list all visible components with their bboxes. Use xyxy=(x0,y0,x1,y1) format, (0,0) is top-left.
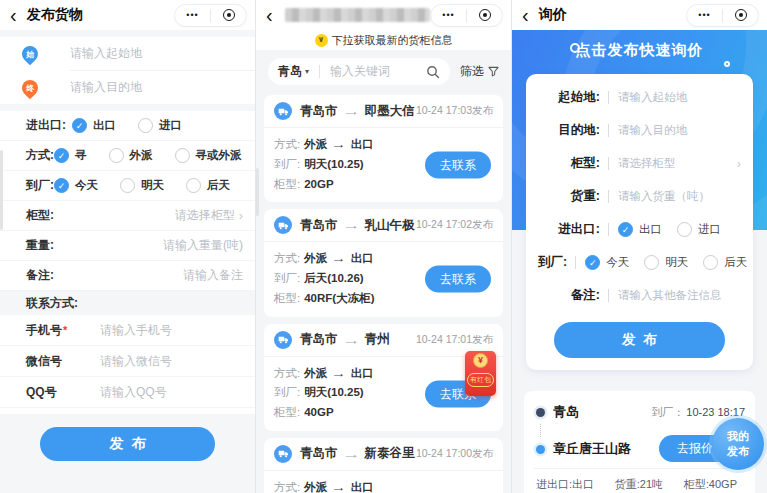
origin-placeholder: 请输入起始地 xyxy=(618,90,687,105)
result-origin-row: 青岛 到厂：10-23 18:17 xyxy=(534,400,745,424)
panel-inquiry: ‹ 询价 ••• 点击发布快速询价 起始地: 请输入起始地 目的地: 请输入目的… xyxy=(511,0,767,493)
cabinet-type-row[interactable]: 柜型: 请选择柜型› xyxy=(0,201,255,231)
radio-import[interactable]: 进口 xyxy=(138,118,182,133)
radio-check-icon: ✓ xyxy=(585,255,600,270)
search-icon[interactable] xyxy=(426,65,440,79)
route-origin: 青岛市 xyxy=(300,331,338,348)
radio-today[interactable]: ✓今天 xyxy=(54,178,98,193)
inquiry-form-card: 起始地: 请输入起始地 目的地: 请输入目的地 柜型: 请选择柜型 › 货重: … xyxy=(526,74,753,370)
cargo-card[interactable]: 青岛市 → 新泰谷里 10-24 17:00发布 方式:外派→出口 到厂:明天(… xyxy=(264,438,503,493)
radio-dispatch[interactable]: 外派 xyxy=(109,148,153,163)
truck-icon xyxy=(274,331,292,349)
destination-pin-icon: 终 xyxy=(19,76,42,99)
city-selector[interactable]: 青岛 xyxy=(278,63,302,80)
trade-direction-label: 进出口: xyxy=(538,221,600,238)
weight-field[interactable]: 货重: 请输入货重（吨） xyxy=(538,180,741,213)
cabinet-type-label: 柜型: xyxy=(26,207,72,224)
back-icon[interactable]: ‹ xyxy=(264,2,275,28)
field-divider xyxy=(608,289,609,302)
arrow-icon: → xyxy=(331,478,346,493)
radio-today[interactable]: ✓今天 xyxy=(585,255,629,270)
qq-row[interactable]: QQ号 请输入QQ号 xyxy=(0,377,255,408)
keyword-input[interactable]: 输入关键词 xyxy=(330,63,426,80)
mode-value: 外派 xyxy=(304,249,327,269)
more-button[interactable]: ••• xyxy=(175,5,210,26)
destination-input-row[interactable]: 终 请输入目的地 xyxy=(0,71,255,104)
scrollbar[interactable] xyxy=(256,168,259,216)
back-icon[interactable]: ‹ xyxy=(8,2,19,28)
weight-label: 货重: xyxy=(538,188,600,205)
result-cabinet: 柜型:40GP xyxy=(684,477,737,492)
destination-field[interactable]: 目的地: 请输入目的地 xyxy=(538,114,741,147)
arrive-day-label: 到厂: xyxy=(26,177,54,194)
wechat-row[interactable]: 微信号 请输入微信号 xyxy=(0,346,255,377)
publish-footer: 发布 xyxy=(0,414,255,493)
mode-label: 方式: xyxy=(26,147,54,164)
red-packet-badge[interactable]: ¥ 有红包 xyxy=(465,351,496,396)
route-origin: 青岛市 xyxy=(300,103,338,120)
cabinet-field[interactable]: 柜型: 请选择柜型 › xyxy=(538,147,741,180)
inquiry-submit-button[interactable]: 发布 xyxy=(554,322,725,358)
trade-value: 出口 xyxy=(351,364,374,384)
phone-row[interactable]: 手机号* 请输入手机号 xyxy=(0,315,255,346)
trade-value: 出口 xyxy=(351,478,374,493)
mode-value: 外派 xyxy=(304,364,327,384)
arrive-value: 明天(10.25) xyxy=(304,155,363,175)
origin-field[interactable]: 起始地: 请输入起始地 xyxy=(538,81,741,114)
result-arrive-time: 10-23 18:17 xyxy=(686,406,745,418)
note-row[interactable]: 备注: 请输入备注 xyxy=(0,261,255,291)
publish-submit-button[interactable]: 发布 xyxy=(40,427,215,461)
cabinet-label: 柜型: xyxy=(274,289,300,309)
truck-icon xyxy=(274,102,292,120)
weight-row[interactable]: 重量: 请输入重量(吨) xyxy=(0,231,255,261)
contact-button[interactable]: 去联系 xyxy=(425,152,491,179)
radio-export[interactable]: ✓出口 xyxy=(618,222,662,237)
radio-tomorrow[interactable]: 明天 xyxy=(120,178,164,193)
field-divider xyxy=(608,190,609,203)
cargo-card[interactable]: 青岛市 → 乳山午极 10-24 17:02发布 方式:外派→出口 到厂:后天(… xyxy=(264,209,503,316)
note-label: 备注: xyxy=(26,267,72,284)
phone-label: 手机号* xyxy=(26,322,86,339)
filter-button[interactable]: 筛选 xyxy=(460,63,499,80)
chevron-right-icon: › xyxy=(239,209,243,222)
route-arrow-icon: → xyxy=(342,334,361,346)
radio-seek-or-dispatch[interactable]: 寻或外派 xyxy=(175,148,242,163)
close-home-button[interactable] xyxy=(467,5,502,26)
weight-label: 重量: xyxy=(26,237,72,254)
trade-value: 出口 xyxy=(351,249,374,269)
radio-import[interactable]: 进口 xyxy=(677,222,721,237)
more-button[interactable]: ••• xyxy=(431,5,466,26)
radio-export[interactable]: ✓出口 xyxy=(72,118,116,133)
mode-value: 外派 xyxy=(304,478,327,493)
cargo-card-header: 青岛市 → 新泰谷里 10-24 17:00发布 xyxy=(264,438,503,471)
caret-down-icon: ▾ xyxy=(305,67,309,76)
close-home-button[interactable] xyxy=(211,5,246,26)
back-icon[interactable]: ‹ xyxy=(520,2,531,28)
cabinet-value: 40GP xyxy=(304,403,333,423)
search-pill[interactable]: 青岛 ▾ 输入关键词 xyxy=(268,58,450,85)
more-dots-icon: ••• xyxy=(698,11,710,20)
contact-button[interactable]: 去联系 xyxy=(425,266,491,293)
app-window: ‹ 发布货物 ••• 始 请输入起始地 终 请输入目的地 进出口: ✓出口 进口 xyxy=(0,0,767,493)
panel-publish-cargo: ‹ 发布货物 ••• 始 请输入起始地 终 请输入目的地 进出口: ✓出口 进口 xyxy=(0,0,255,493)
more-dots-icon: ••• xyxy=(442,11,454,20)
mode-label: 方式: xyxy=(274,364,300,384)
radio-day-after[interactable]: 后天 xyxy=(186,178,230,193)
note-field[interactable]: 备注: 请输入其他备注信息 xyxy=(538,279,741,312)
cargo-card[interactable]: 青岛市 → 即墨大信 10-24 17:03发布 方式:外派→出口 到厂:明天(… xyxy=(264,95,503,202)
red-packet-label: 有红包 xyxy=(467,373,494,387)
more-button[interactable]: ••• xyxy=(687,5,722,26)
radio-check-icon: ✓ xyxy=(54,148,69,163)
my-publications-fab[interactable]: 我的 发布 xyxy=(712,418,764,470)
redacted-title xyxy=(285,8,430,22)
radio-day-after[interactable]: 后天 xyxy=(703,255,747,270)
radio-tomorrow[interactable]: 明天 xyxy=(644,255,688,270)
truck-icon xyxy=(274,216,292,234)
scrollbar[interactable] xyxy=(0,150,3,230)
radio-seek[interactable]: ✓寻 xyxy=(54,148,87,163)
radio-circle-icon xyxy=(186,178,201,193)
close-home-button[interactable] xyxy=(723,5,758,26)
cargo-card[interactable]: 青岛市 → 青州 10-24 17:01发布 方式:外派→出口 到厂:明天(10… xyxy=(264,324,503,431)
arrive-value: 后天(10.26) xyxy=(304,269,363,289)
origin-input-row[interactable]: 始 请输入起始地 xyxy=(0,37,255,70)
